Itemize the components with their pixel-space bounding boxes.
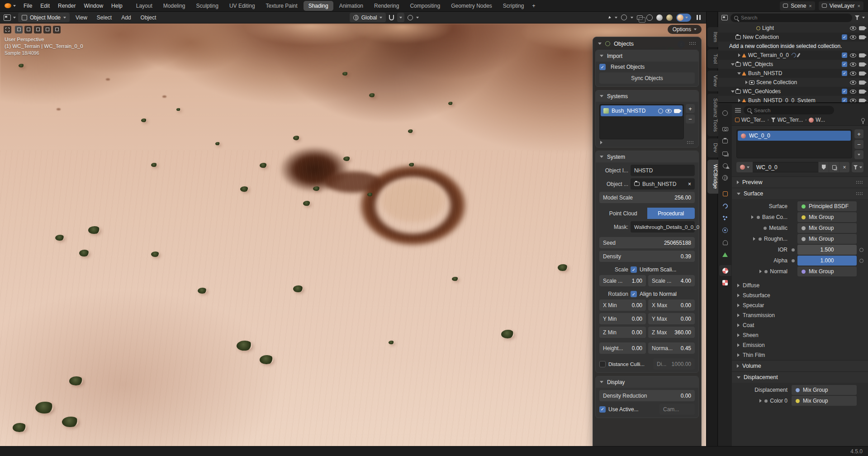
remove-viewlayer-icon[interactable]: ×: [858, 3, 860, 9]
menubar-item[interactable]: Render: [54, 0, 80, 12]
camera-visibility-icon[interactable]: [859, 35, 865, 39]
procedural-button[interactable]: Procedural: [647, 208, 695, 219]
preview-panel-header[interactable]: Preview: [732, 176, 868, 188]
density-reduction-field[interactable]: Density Reduction 0.00: [599, 390, 695, 401]
displacement-panel-header[interactable]: Displacement: [732, 371, 868, 383]
eye-icon[interactable]: [850, 99, 856, 103]
x-max-field[interactable]: X Max0.00: [648, 299, 695, 311]
camera-visibility-icon[interactable]: [859, 71, 865, 76]
density-field[interactable]: Density 0.39: [599, 251, 695, 262]
camera-visibility-icon[interactable]: [859, 62, 865, 66]
systems-list[interactable]: Bush_NHSTD: [599, 104, 684, 139]
material-slot-list[interactable]: WC_0_0: [736, 129, 852, 158]
subpanel-header[interactable]: Subsurface: [732, 290, 868, 300]
unlink-scene-icon[interactable]: ×: [809, 3, 811, 9]
outliner-row[interactable]: Bush_NHSTD_0_0_System: [718, 96, 868, 103]
expand-closed-icon[interactable]: [745, 81, 748, 84]
expand-arrow-icon[interactable]: [759, 399, 762, 403]
sync-objects-button[interactable]: Sync Objects: [599, 72, 695, 84]
expand-closed-icon[interactable]: [738, 53, 740, 57]
camera-visibility-icon[interactable]: [859, 81, 865, 85]
z-max-field[interactable]: Z Max360.00: [648, 327, 695, 338]
outliner-row[interactable]: WC_Terrain_0_0: [718, 51, 868, 60]
blender-menu-button[interactable]: [0, 3, 19, 8]
filter-icon[interactable]: [855, 15, 859, 20]
chevron-down-icon[interactable]: [862, 17, 865, 19]
workspace-tab[interactable]: Scripting: [498, 1, 529, 11]
node-group-field[interactable]: Mix Group: [797, 212, 857, 222]
outliner-search[interactable]: [730, 14, 852, 22]
properties-editor-icon[interactable]: [735, 108, 741, 113]
workspace-tab[interactable]: Texture Paint: [261, 1, 303, 11]
selectability-checkbox[interactable]: [842, 34, 847, 40]
workspace-tab[interactable]: Rendering: [369, 1, 404, 11]
slot-specials-button[interactable]: [854, 150, 863, 159]
shading-wireframe-icon[interactable]: [646, 14, 653, 21]
outliner-search-input[interactable]: [741, 15, 849, 20]
tab-modifiers[interactable]: [719, 200, 731, 211]
tab-output[interactable]: [719, 136, 731, 147]
proportional-editing-icon[interactable]: [408, 15, 413, 20]
select-mode-set-icon[interactable]: [15, 26, 23, 33]
animate-decorator-icon[interactable]: [859, 248, 863, 252]
outliner-row[interactable]: New Collection: [718, 33, 868, 42]
node-group-field[interactable]: Mix Group: [797, 234, 857, 244]
select-mode-intersect-icon[interactable]: [53, 26, 61, 33]
use-active-checkbox[interactable]: ✓: [599, 406, 606, 413]
expand-arrow-icon[interactable]: [753, 237, 755, 241]
system-section-header[interactable]: System: [596, 151, 698, 162]
volume-panel-header[interactable]: Volume: [732, 360, 868, 371]
add-slot-button[interactable]: +: [854, 129, 863, 138]
outliner-row[interactable]: WC_GeoNodes: [718, 87, 868, 96]
pause-render-button[interactable]: [695, 15, 702, 20]
select-mode-subtract-icon[interactable]: [34, 26, 42, 33]
scale-min-field[interactable]: Scale ...1.00: [599, 275, 646, 286]
camera-visibility-icon[interactable]: [859, 99, 865, 103]
animate-decorator-icon[interactable]: [859, 259, 863, 263]
menubar-item[interactable]: Help: [107, 0, 127, 12]
material-name-field[interactable]: WC_0_0: [753, 162, 818, 172]
browse-material-button[interactable]: [736, 162, 753, 172]
node-group-field[interactable]: Principled BSDF: [797, 201, 857, 211]
fake-user-button[interactable]: [818, 162, 829, 172]
snap-toggle-icon[interactable]: [389, 15, 394, 20]
outliner-row[interactable]: Add a new collection inside selected col…: [718, 42, 868, 51]
tab-scene[interactable]: [719, 160, 731, 171]
workspace-tab[interactable]: Geometry Nodes: [446, 1, 497, 11]
selectability-checkbox[interactable]: [842, 98, 847, 103]
outliner-row[interactable]: Bush_NHSTD: [718, 69, 868, 78]
camera-visibility-icon[interactable]: [859, 53, 865, 57]
expand-open-icon[interactable]: [737, 72, 741, 75]
pin-icon[interactable]: [861, 118, 865, 122]
remove-slot-button[interactable]: −: [854, 140, 863, 149]
gizmo-toggle-icon[interactable]: [608, 16, 612, 19]
selectability-checkbox[interactable]: [842, 62, 847, 67]
object-id-field[interactable]: NHSTD: [631, 165, 695, 176]
eye-icon[interactable]: [850, 35, 856, 39]
subpanel-header[interactable]: Coat: [732, 320, 868, 330]
scene-selector[interactable]: Scene ×: [780, 1, 815, 10]
selectability-checkbox[interactable]: [842, 89, 847, 94]
value-slider[interactable]: 1.000: [797, 256, 857, 266]
outliner-row[interactable]: Scene Collection: [718, 78, 868, 87]
panel-grip[interactable]: [856, 192, 863, 195]
subpanel-header[interactable]: Specular: [732, 300, 868, 310]
subpanel-header[interactable]: Sheen: [732, 330, 868, 340]
tab-constraints[interactable]: [719, 237, 731, 248]
eye-icon[interactable]: [850, 81, 856, 85]
surface-panel-header[interactable]: Surface: [732, 188, 868, 199]
material-filter-button[interactable]: [852, 162, 863, 172]
expand-open-icon[interactable]: [731, 63, 735, 66]
value-slider[interactable]: 1.500: [797, 245, 857, 255]
align-to-normal-checkbox[interactable]: ✓: [631, 291, 637, 297]
geometry-nodes-icon[interactable]: [797, 53, 800, 57]
breadcrumb-data[interactable]: WC_Terr...: [771, 117, 803, 123]
node-group-field[interactable]: Mix Group: [797, 223, 857, 233]
clear-object-icon[interactable]: ×: [688, 181, 691, 187]
subpanel-header[interactable]: Emission: [732, 340, 868, 350]
systems-section-header[interactable]: Systems: [596, 90, 698, 102]
orientation-dropdown[interactable]: Global: [350, 13, 386, 22]
eye-icon[interactable]: [850, 62, 856, 66]
subpanel-header[interactable]: Transmission: [732, 310, 868, 320]
selectability-checkbox[interactable]: [842, 52, 847, 58]
